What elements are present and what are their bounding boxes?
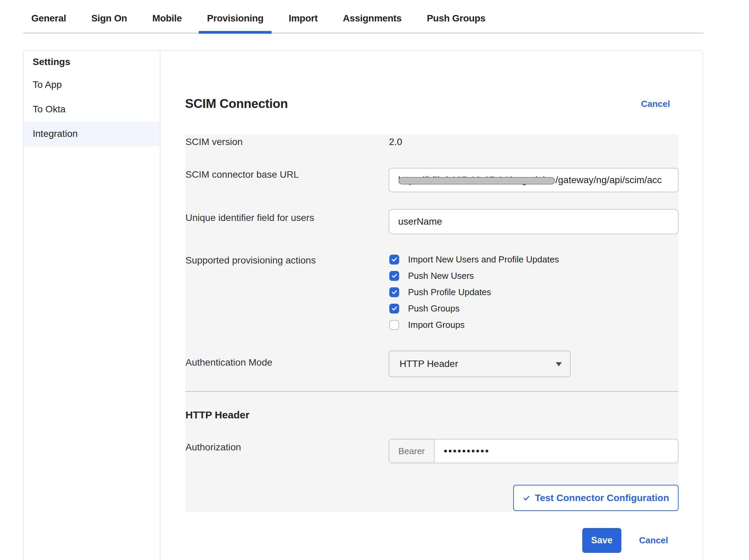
base-url-input[interactable]: https://b5bd-195-19-67-149.ngrok.io/gate… bbox=[389, 168, 679, 192]
base-url-label: SCIM connector base URL bbox=[185, 170, 299, 180]
tab-provisioning[interactable]: Provisioning bbox=[199, 4, 272, 33]
authorization-label: Authorization bbox=[185, 442, 241, 452]
test-connector-configuration-label: Test Connector Configuration bbox=[535, 493, 669, 503]
section-divider bbox=[185, 391, 678, 392]
sidebar-title: Settings bbox=[23, 51, 160, 73]
provisioning-option-row: Push New Users bbox=[389, 268, 559, 284]
app-tab-bar: GeneralSign OnMobileProvisioningImportAs… bbox=[23, 0, 703, 33]
scim-version-value: 2.0 bbox=[389, 137, 402, 147]
provisioning-option-row: Import Groups bbox=[389, 317, 559, 333]
checkbox-push-groups[interactable] bbox=[389, 304, 399, 314]
unique-id-value: userName bbox=[398, 216, 442, 227]
check-icon bbox=[523, 494, 530, 502]
redaction-overlay bbox=[398, 177, 555, 185]
checkbox-push-new-users[interactable] bbox=[389, 271, 399, 281]
form-actions: Save Cancel bbox=[582, 528, 668, 553]
provisioning-option-row: Push Profile Updates bbox=[389, 284, 559, 300]
chevron-down-icon bbox=[556, 362, 562, 366]
base-url-visible-text: /gateway/ng/api/scim/acc bbox=[555, 175, 662, 186]
provisioning-content: SCIM Connection Cancel SCIM version 2.0 … bbox=[161, 51, 703, 560]
provisioning-option-row: Push Groups bbox=[389, 300, 559, 317]
auth-mode-select[interactable]: HTTP Header bbox=[389, 351, 571, 377]
tab-import[interactable]: Import bbox=[280, 4, 326, 33]
tab-push-groups[interactable]: Push Groups bbox=[419, 4, 494, 33]
sidebar-item-integration[interactable]: Integration bbox=[23, 122, 160, 146]
cancel-link-bottom[interactable]: Cancel bbox=[639, 535, 668, 546]
provisioning-option-row: Import New Users and Profile Updates bbox=[389, 251, 559, 268]
tab-general[interactable]: General bbox=[23, 4, 74, 33]
cancel-link-top[interactable]: Cancel bbox=[641, 99, 670, 109]
auth-mode-label: Authentication Mode bbox=[185, 357, 272, 368]
page-title: SCIM Connection bbox=[185, 98, 288, 110]
tab-assignments[interactable]: Assignments bbox=[335, 4, 410, 33]
provisioning-actions-group: Import New Users and Profile Updates Pus… bbox=[389, 251, 559, 333]
settings-card: Settings To AppTo OktaIntegration SCIM C… bbox=[23, 50, 703, 560]
sidebar-item-to-okta[interactable]: To Okta bbox=[23, 97, 160, 122]
authorization-input-group: Bearer •••••••••• bbox=[389, 439, 679, 463]
unique-id-input[interactable]: userName bbox=[389, 209, 679, 234]
http-header-section-title: HTTP Header bbox=[185, 410, 249, 420]
test-connector-configuration-button[interactable]: Test Connector Configuration bbox=[513, 485, 679, 511]
unique-id-label: Unique identifier field for users bbox=[185, 213, 314, 223]
tab-sign-on[interactable]: Sign On bbox=[83, 4, 135, 33]
tab-mobile[interactable]: Mobile bbox=[144, 4, 190, 33]
auth-mode-value: HTTP Header bbox=[400, 358, 458, 369]
sidebar-item-to-app[interactable]: To App bbox=[23, 73, 160, 97]
checkbox-push-profile-updates[interactable] bbox=[389, 287, 399, 297]
provisioning-actions-label: Supported provisioning actions bbox=[185, 255, 316, 266]
authorization-token-input[interactable]: •••••••••• bbox=[435, 439, 678, 463]
checkbox-import-new-users-and-profile-updates[interactable] bbox=[389, 255, 399, 265]
settings-sidebar: Settings To AppTo OktaIntegration bbox=[23, 51, 160, 560]
scim-version-label: SCIM version bbox=[185, 137, 243, 147]
checkbox-import-groups[interactable] bbox=[389, 320, 399, 330]
save-button[interactable]: Save bbox=[582, 528, 621, 553]
scim-settings-panel: SCIM version 2.0 SCIM connector base URL… bbox=[185, 134, 678, 512]
authorization-prefix: Bearer bbox=[389, 439, 435, 463]
